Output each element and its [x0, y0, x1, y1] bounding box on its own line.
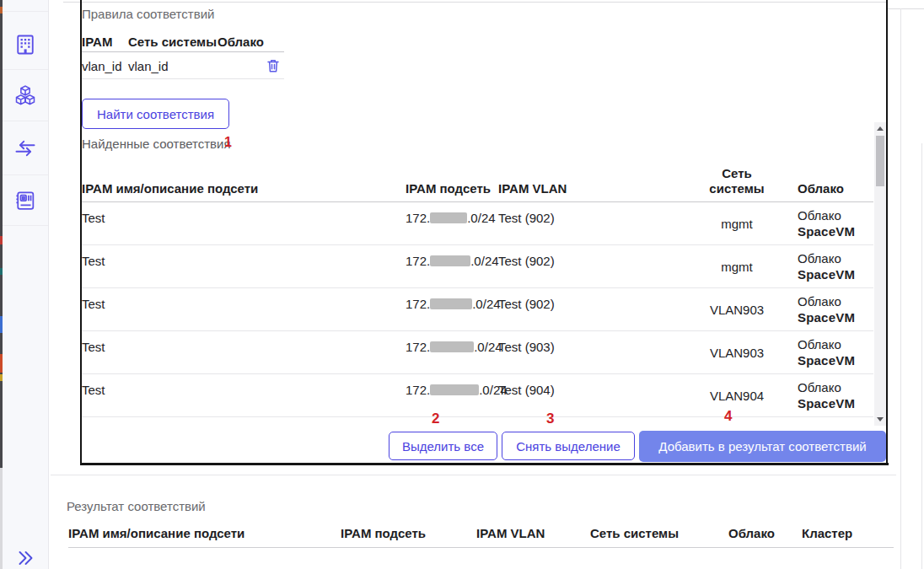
- found-header-vlan: IPAM VLAN: [498, 181, 696, 201]
- redacted-subnet: [430, 212, 467, 223]
- sidebar-item-organizations[interactable]: [13, 33, 37, 56]
- found-section-title: Найденные соответствия: [82, 137, 231, 151]
- rule-row-network-value: vlan_id: [128, 59, 169, 73]
- result-header-name: IPAM имя/описание подсети: [68, 526, 244, 540]
- annotation-4: 4: [724, 408, 732, 425]
- found-header-name: IPAM имя/описание подсети: [82, 181, 406, 201]
- trash-icon: [266, 58, 281, 73]
- annotation-1: 1: [224, 135, 232, 150]
- add-to-result-button[interactable]: Добавить в результат соответствий: [639, 431, 886, 462]
- rules-header-network: Сеть системы: [128, 35, 217, 49]
- sidebar: [3, 0, 49, 569]
- table-row[interactable]: Test 172..0/24 Test (904) VLAN904 Облако…: [82, 374, 873, 417]
- rules-header-ipam: IPAM: [82, 35, 112, 49]
- top-hairline: [63, 2, 886, 3]
- building-icon: [13, 33, 37, 56]
- redacted-subnet: [430, 298, 472, 309]
- scrollbar-down-arrow-icon[interactable]: [877, 417, 884, 421]
- result-header-divider: [68, 547, 894, 548]
- table-row[interactable]: Test 172..0/24 Test (902) mgmt ОблакоSpa…: [82, 245, 873, 288]
- result-header-subnet: IPAM подсеть: [341, 526, 426, 540]
- table-row[interactable]: Test 172..0/24 Test (902) mgmt ОблакоSpa…: [82, 202, 873, 245]
- rules-row-divider: [82, 78, 284, 79]
- sidebar-item-matching[interactable]: [13, 137, 37, 160]
- scrollbar-thumb[interactable]: [876, 136, 884, 186]
- result-header-cloud: Облако: [728, 526, 775, 540]
- sidebar-expand-button[interactable]: [15, 548, 37, 568]
- motherboard-icon: [13, 189, 37, 212]
- delete-rule-button[interactable]: [266, 58, 281, 73]
- scrollbar-up-arrow-icon[interactable]: [877, 126, 884, 131]
- right-top-hairline: [888, 8, 924, 9]
- rules-section-title: Правила соответствий: [82, 7, 214, 21]
- redacted-subnet: [430, 255, 470, 266]
- found-header-subnet: IPAM подсеть: [406, 181, 498, 201]
- redacted-subnet: [430, 384, 479, 395]
- page-scrollbar-line: [921, 143, 922, 569]
- result-header-network: Сеть системы: [590, 526, 679, 540]
- find-matches-button[interactable]: Найти соответствия: [82, 99, 229, 129]
- result-section-title: Результат соответствий: [67, 499, 206, 513]
- right-vertical-line: [900, 8, 901, 569]
- cubes-icon: [13, 84, 37, 108]
- double-chevron-right-icon: [15, 548, 37, 568]
- select-all-button[interactable]: Выделить все: [389, 432, 497, 460]
- sidebar-item-hardware[interactable]: [13, 189, 37, 212]
- section-divider: [51, 475, 896, 475]
- annotation-2: 2: [432, 411, 439, 427]
- ipam-matching-screen: Правила соответствий IPAM Сеть системы О…: [0, 0, 924, 569]
- deselect-button[interactable]: Снять выделение: [502, 432, 635, 460]
- result-header-vlan: IPAM VLAN: [476, 526, 545, 540]
- rule-row-ipam-value: vlan_id: [82, 59, 122, 73]
- found-header-cloud: Облако: [777, 181, 873, 201]
- annotation-3: 3: [546, 411, 554, 427]
- table-row[interactable]: Test 172..0/24 Test (903) VLAN903 Облако…: [82, 331, 873, 374]
- table-row[interactable]: Test 172..0/24 Test (902) VLAN903 Облако…: [82, 288, 873, 331]
- found-table-header-row: IPAM имя/описание подсети IPAM подсеть I…: [82, 158, 873, 202]
- result-header-cluster: Кластер: [802, 526, 852, 540]
- rules-header-divider: [82, 51, 284, 52]
- found-matches-table: IPAM имя/описание подсети IPAM подсеть I…: [82, 158, 873, 417]
- panel-border-bottom: [80, 463, 889, 465]
- sidebar-item-resources[interactable]: [13, 84, 37, 108]
- table-scrollbar[interactable]: [874, 122, 886, 426]
- panel-border-right: [886, 0, 888, 465]
- found-header-network: Сетьсистемы: [696, 166, 777, 201]
- rules-header-cloud: Облако: [218, 35, 264, 49]
- redacted-subnet: [430, 341, 474, 352]
- swap-arrows-icon: [13, 137, 37, 160]
